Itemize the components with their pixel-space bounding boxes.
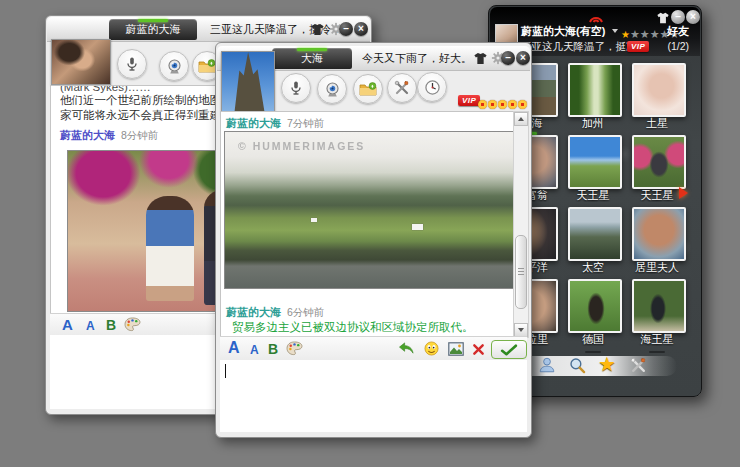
close-button[interactable]	[354, 22, 368, 36]
sun-level-icon	[508, 100, 517, 109]
chat-log[interactable]: 蔚蓝的大海7分钟前 © HUMMERIMAGES 蔚蓝的大海6分钟前 贸易多边主…	[220, 111, 516, 338]
friends-tab-label[interactable]: 好友	[667, 24, 689, 39]
contact-tile[interactable]	[632, 63, 686, 117]
font-small-button[interactable]: A	[86, 319, 95, 333]
sender-name: 蔚蓝的大海8分钟前	[60, 128, 158, 143]
dressup-icon[interactable]	[473, 51, 489, 67]
chat-message: 家可能将永远不会真正得到重建。	[60, 108, 233, 123]
scroll-down-button[interactable]	[514, 323, 528, 337]
star-icon	[650, 28, 660, 40]
sender-label: 蔚蓝的大海	[226, 117, 281, 129]
text-cursor	[225, 364, 226, 378]
minimize-button[interactable]	[339, 22, 353, 36]
contact-name: 土星	[625, 117, 689, 130]
chat-message-clipped: (Mark Sykes)……	[60, 85, 151, 93]
bold-button[interactable]: B	[268, 341, 278, 357]
sender-name: 蔚蓝的大海6分钟前	[226, 305, 324, 320]
scroll-up-button[interactable]	[514, 112, 528, 126]
contact-tile[interactable]	[568, 63, 622, 117]
history-clock-button[interactable]	[417, 72, 447, 102]
contact-tile[interactable]	[632, 279, 686, 333]
contact-avatar	[634, 209, 684, 259]
contact-tile[interactable]	[632, 135, 686, 189]
photo-house	[412, 224, 423, 230]
contact-avatar	[570, 137, 620, 187]
tab-label: 蔚蓝的大海	[126, 23, 181, 35]
vip-badge: VIP	[627, 41, 649, 52]
contact-tile[interactable]	[568, 207, 622, 261]
my-nickname: 蔚蓝的大海(有空)	[521, 24, 605, 39]
front-chat-tab[interactable]: 大海	[272, 48, 352, 69]
next-page-arrow[interactable]	[679, 187, 688, 199]
emoticon-icon[interactable]	[424, 341, 439, 360]
cathedral-spire	[231, 52, 267, 114]
chat-message: 他们近一个世纪前所绘制的地图不	[60, 93, 233, 108]
send-image-icon[interactable]	[448, 342, 464, 360]
contact-tile[interactable]	[568, 135, 622, 189]
palette-icon[interactable]	[286, 341, 303, 360]
tools-icon[interactable]	[628, 355, 648, 375]
format-toolbar: A A B	[220, 336, 527, 362]
close-button[interactable]	[686, 10, 700, 24]
sun-level-icon	[518, 100, 527, 109]
message-input[interactable]	[220, 360, 527, 432]
palette-icon[interactable]	[124, 317, 141, 336]
tools-button[interactable]	[387, 73, 417, 103]
contact-avatar-large[interactable]	[51, 39, 111, 85]
page-indicator: (1/2)	[667, 40, 689, 52]
contact-avatar	[634, 281, 684, 331]
chat-photo-landscape[interactable]: © HUMMERIMAGES	[224, 131, 514, 289]
undo-arrow-icon[interactable]	[398, 341, 415, 360]
tab-label: 大海	[301, 52, 323, 64]
photo-house	[311, 218, 317, 222]
bold-button[interactable]: B	[106, 317, 116, 333]
minimize-button[interactable]	[671, 10, 685, 24]
sun-level-icon	[478, 100, 487, 109]
chat-scrollbar[interactable]	[513, 111, 529, 338]
photo-figure	[146, 196, 194, 302]
send-button[interactable]	[491, 340, 527, 359]
contact-avatar	[634, 137, 684, 187]
close-button[interactable]	[516, 51, 530, 65]
contact-name: 天王星	[561, 189, 625, 202]
contact-tile[interactable]	[632, 207, 686, 261]
font-small-button[interactable]: A	[250, 343, 259, 357]
status-message: 今天又下雨了，好大。	[362, 46, 472, 71]
photo-watermark: © HUMMERIMAGES	[238, 140, 365, 152]
tab-active-indicator	[138, 19, 168, 22]
chat-window-front[interactable]: 大海 今天又下雨了，好大。 VIP 蔚蓝的大海7分钟前 © HUMM	[215, 42, 532, 438]
contact-name: 加州	[561, 117, 625, 130]
webcam-button[interactable]	[159, 51, 189, 81]
star-icon	[630, 28, 640, 40]
favorites-star-icon[interactable]	[597, 354, 617, 374]
contact-avatar	[570, 209, 620, 259]
back-chat-tab[interactable]: 蔚蓝的大海	[109, 19, 197, 40]
contact-avatar	[570, 65, 620, 115]
file-share-button[interactable]	[353, 74, 383, 104]
contact-name: 居里夫人	[625, 261, 689, 274]
font-large-button[interactable]: A	[62, 316, 73, 333]
contact-tile[interactable]	[568, 279, 622, 333]
contact-avatar	[570, 281, 620, 331]
voice-call-button[interactable]	[281, 73, 311, 103]
contacts-icon[interactable]	[537, 355, 557, 375]
contact-avatar-large[interactable]	[221, 51, 275, 115]
webcam-button[interactable]	[317, 74, 347, 104]
voice-call-button[interactable]	[117, 49, 147, 79]
sender-label: 蔚蓝的大海	[60, 129, 115, 141]
dressup-icon[interactable]	[310, 22, 326, 38]
sun-level-icon	[498, 100, 507, 109]
contact-avatar	[634, 65, 684, 115]
chevron-down-icon[interactable]	[612, 29, 618, 33]
delete-x-icon[interactable]	[472, 342, 485, 360]
font-large-button[interactable]: A	[228, 339, 240, 357]
minimize-button[interactable]	[501, 51, 515, 65]
contact-name: 海王星	[625, 333, 689, 346]
tab-active-indicator	[297, 48, 327, 51]
triangle-down-icon	[518, 328, 524, 332]
triangle-up-icon	[518, 117, 524, 121]
sun-level-icon	[488, 100, 497, 109]
search-icon[interactable]	[567, 355, 587, 375]
message-time: 7分钟前	[287, 117, 324, 129]
scroll-thumb[interactable]	[515, 235, 527, 309]
